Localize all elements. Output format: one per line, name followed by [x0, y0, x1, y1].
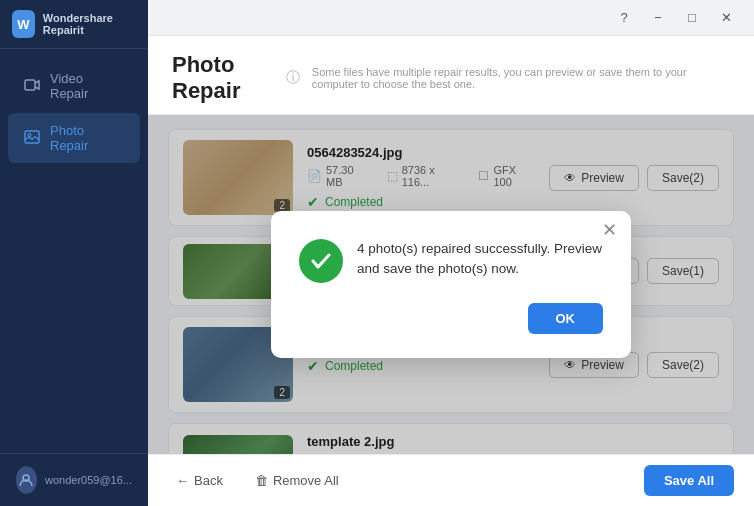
save-all-button[interactable]: Save All — [644, 465, 734, 496]
video-repair-icon — [24, 77, 40, 96]
sidebar-footer: wonder059@16... — [0, 453, 148, 506]
sidebar-item-video-repair[interactable]: Video Repair — [8, 61, 140, 111]
page-header: Photo Repair ⓘ Some files have multiple … — [148, 36, 754, 115]
main-area: ? − □ ✕ Photo Repair ⓘ Some files have m… — [148, 0, 754, 506]
window-topbar: ? − □ ✕ — [148, 0, 754, 36]
sidebar: W Wondershare Repairit Video Repair — [0, 0, 148, 506]
content-area: 2 0564283524.jpg 📄 57.30 MB ⬚ 8736 x 116… — [148, 115, 754, 454]
page-title: Photo Repair — [172, 52, 278, 104]
modal-footer: OK — [299, 303, 603, 334]
app-name: Wondershare Repairit — [43, 12, 136, 36]
minimize-button[interactable]: − — [642, 4, 674, 32]
maximize-button[interactable]: □ — [676, 4, 708, 32]
help-button[interactable]: ? — [608, 4, 640, 32]
modal-overlay: ✕ 4 photo(s) repaired successfully. Prev… — [148, 115, 754, 454]
app-title-bar: W Wondershare Repairit — [0, 0, 148, 49]
svg-rect-1 — [25, 131, 39, 143]
window-controls: ? − □ ✕ — [608, 4, 742, 32]
sidebar-item-label: Video Repair — [50, 71, 124, 101]
success-modal: ✕ 4 photo(s) repaired successfully. Prev… — [271, 211, 631, 358]
sidebar-item-photo-repair[interactable]: Photo Repair — [8, 113, 140, 163]
back-icon: ← — [176, 473, 189, 488]
modal-close-button[interactable]: ✕ — [602, 221, 617, 239]
footer-toolbar: ← Back 🗑 Remove All Save All — [148, 454, 754, 506]
modal-body: 4 photo(s) repaired successfully. Previe… — [299, 239, 603, 283]
modal-success-icon — [299, 239, 343, 283]
trash-icon: 🗑 — [255, 473, 268, 488]
footer-username: wonder059@16... — [45, 474, 132, 486]
remove-all-button[interactable]: 🗑 Remove All — [247, 469, 347, 492]
header-subtitle: Some files have multiple repair results,… — [312, 66, 730, 90]
back-button[interactable]: ← Back — [168, 469, 231, 492]
avatar — [16, 466, 37, 494]
close-button[interactable]: ✕ — [710, 4, 742, 32]
info-icon[interactable]: ⓘ — [286, 69, 300, 87]
modal-message: 4 photo(s) repaired successfully. Previe… — [357, 239, 603, 280]
ok-button[interactable]: OK — [528, 303, 604, 334]
sidebar-nav: Video Repair Photo Repair — [0, 49, 148, 453]
svg-point-2 — [28, 133, 31, 136]
sidebar-item-label: Photo Repair — [50, 123, 124, 153]
app-logo: W — [12, 10, 35, 38]
photo-repair-icon — [24, 129, 40, 148]
svg-rect-0 — [25, 80, 35, 90]
footer-left: ← Back 🗑 Remove All — [168, 469, 347, 492]
